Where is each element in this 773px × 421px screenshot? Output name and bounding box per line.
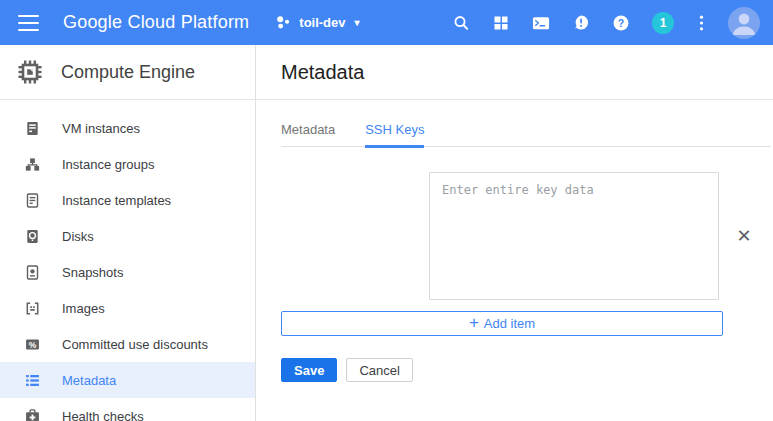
- sidebar-item-label: Images: [62, 301, 105, 316]
- kebab-menu-icon[interactable]: [696, 14, 706, 32]
- sidebar-nav: VM instances Instance groups: [0, 100, 255, 421]
- notifications-badge[interactable]: 1: [652, 12, 674, 34]
- instance-templates-icon: [24, 192, 41, 209]
- cloud-shell-icon[interactable]: [532, 14, 550, 32]
- cancel-button[interactable]: Cancel: [346, 358, 412, 382]
- sidebar-item-label: Instance groups: [62, 157, 155, 172]
- tab-metadata[interactable]: Metadata: [281, 122, 335, 148]
- svg-text:%: %: [29, 339, 37, 349]
- sidebar-item-label: Disks: [62, 229, 94, 244]
- sidebar-item-metadata[interactable]: Metadata: [0, 362, 255, 398]
- product-header: Compute Engine: [0, 45, 255, 100]
- sidebar: Compute Engine VM instances: [0, 45, 256, 421]
- help-icon[interactable]: ?: [612, 14, 630, 32]
- project-name: toil-dev: [299, 15, 345, 30]
- sidebar-item-instance-templates[interactable]: Instance templates: [0, 182, 255, 218]
- disks-icon: [24, 228, 41, 245]
- ssh-key-input[interactable]: [429, 172, 719, 300]
- save-button[interactable]: Save: [281, 358, 337, 382]
- snapshots-icon: [24, 264, 41, 281]
- topbar-actions: ? 1: [452, 7, 760, 39]
- content-area: Metadata SSH Keys ✕ + Add item Save Canc…: [256, 100, 773, 382]
- sidebar-item-snapshots[interactable]: Snapshots: [0, 254, 255, 290]
- page-header: Metadata: [256, 45, 773, 100]
- close-icon: ✕: [736, 226, 751, 246]
- health-checks-icon: [24, 408, 41, 421]
- discount-icon: %: [24, 336, 41, 353]
- sidebar-item-committed-use-discounts[interactable]: % Committed use discounts: [0, 326, 255, 362]
- plus-icon: +: [469, 313, 479, 333]
- action-buttons: Save Cancel: [281, 358, 773, 382]
- gift-icon[interactable]: [492, 14, 510, 32]
- sidebar-item-label: Metadata: [62, 373, 116, 388]
- instance-groups-icon: [24, 156, 41, 173]
- product-title: Compute Engine: [61, 62, 195, 83]
- sidebar-item-disks[interactable]: Disks: [0, 218, 255, 254]
- sidebar-item-label: Health checks: [62, 409, 144, 421]
- sidebar-item-health-checks[interactable]: Health checks: [0, 398, 255, 421]
- sidebar-item-label: VM instances: [62, 121, 140, 136]
- feedback-icon[interactable]: [572, 14, 590, 32]
- remove-key-button[interactable]: ✕: [731, 223, 757, 249]
- project-selector[interactable]: toil-dev ▾: [275, 14, 359, 31]
- metadata-icon: [24, 372, 41, 389]
- sidebar-item-label: Snapshots: [62, 265, 123, 280]
- sidebar-item-vm-instances[interactable]: VM instances: [0, 110, 255, 146]
- add-item-button[interactable]: + Add item: [281, 311, 723, 336]
- avatar[interactable]: [728, 7, 760, 39]
- tab-bar: Metadata SSH Keys: [281, 122, 771, 147]
- page-title: Metadata: [281, 61, 364, 84]
- sidebar-item-label: Committed use discounts: [62, 337, 208, 352]
- app-logo[interactable]: Google Cloud Platform: [63, 12, 249, 33]
- chevron-down-icon: ▾: [355, 17, 360, 28]
- sidebar-item-instance-groups[interactable]: Instance groups: [0, 146, 255, 182]
- person-icon: [728, 7, 760, 39]
- sidebar-item-images[interactable]: Images: [0, 290, 255, 326]
- top-bar: Google Cloud Platform toil-dev ▾: [0, 0, 773, 45]
- ssh-key-row: ✕: [281, 172, 773, 300]
- sidebar-item-label: Instance templates: [62, 193, 171, 208]
- images-icon: [24, 300, 41, 317]
- project-icon: [275, 14, 292, 31]
- tab-ssh-keys[interactable]: SSH Keys: [365, 122, 424, 148]
- add-item-label: Add item: [484, 316, 535, 331]
- search-icon[interactable]: [452, 14, 470, 32]
- vm-instances-icon: [24, 120, 41, 137]
- main-panel: Metadata Metadata SSH Keys ✕ + Add item …: [256, 45, 773, 421]
- menu-icon[interactable]: [18, 15, 42, 31]
- svg-text:?: ?: [618, 16, 624, 28]
- compute-engine-icon: [17, 59, 43, 85]
